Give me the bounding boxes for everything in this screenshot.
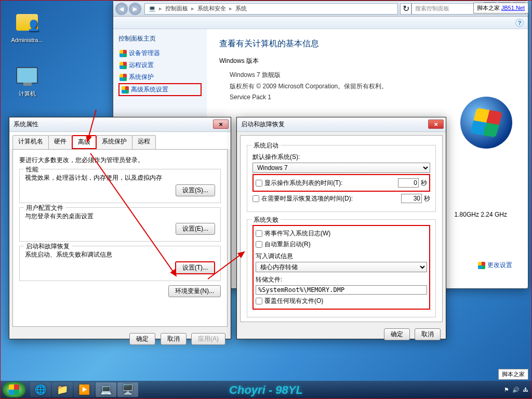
window-toolbar: ◄ ► 💻▸ 控制面板▸ 系统和安全▸ 系统 ↻ 搜索控制面板 (113, 1, 528, 17)
default-os-label: 默认操作系统(S): (252, 153, 430, 162)
refresh-button[interactable]: ↻ (400, 3, 411, 15)
dialog-close-button[interactable]: ✕ (213, 119, 229, 129)
watermark-link[interactable]: JB51.Net (501, 5, 525, 11)
link-device-manager[interactable]: 设备管理器 (118, 47, 202, 59)
dialog-buttons: 确定 取消 应用(A) (9, 330, 231, 348)
copyright-text: 版权所有 © 2009 Microsoft Corporation。保留所有权利… (230, 81, 515, 92)
link-system-protection[interactable]: 系统保护 (118, 71, 202, 83)
env-vars-button[interactable]: 环境变量(N)... (168, 285, 221, 297)
brand-text: Choyri - 98YL (229, 383, 303, 397)
recovery-time-input[interactable] (401, 194, 422, 203)
debug-info-label: 写入调试信息 (256, 252, 427, 261)
show-recovery-checkbox[interactable] (252, 195, 259, 202)
overwrite-checkbox[interactable] (256, 298, 262, 304)
tab-advanced[interactable]: 高级 (72, 135, 97, 149)
system-tray[interactable]: ⚑ 🔊 🖧 (504, 387, 528, 393)
dialog-buttons: 确定 取消 (237, 325, 446, 343)
address-bar[interactable]: 💻▸ 控制面板▸ 系统和安全▸ 系统 (144, 3, 398, 15)
dialog-close-button[interactable]: ✕ (428, 119, 444, 129)
desktop-icon-computer[interactable]: 计算机 (9, 63, 45, 98)
link-remote-settings[interactable]: 远程设置 (118, 59, 202, 71)
tray-sound-icon[interactable]: 🔊 (512, 387, 520, 393)
desktop-icon-label: Administra... (11, 37, 43, 43)
dialog-titlebar: 系统属性 ✕ (9, 117, 231, 132)
start-button[interactable] (3, 382, 25, 397)
tab-hardware[interactable]: 硬件 (48, 135, 72, 149)
version-header: Windows 版本 (219, 57, 515, 65)
page-title: 查看有关计算机的基本信息 (219, 38, 515, 49)
group-performance: 性能 视觉效果，处理器计划，内存使用，以及虚拟内存 设置(S)... (19, 169, 221, 203)
dialog-content: 系统启动 默认操作系统(S): Windows 7 显示操作系统列表的时间(T)… (240, 135, 443, 322)
taskbar-control-panel[interactable]: 💻 (96, 382, 116, 397)
group-profile: 用户配置文件 与您登录有关的桌面设置 设置(E)... (19, 207, 221, 242)
dialog-titlebar: 启动和故障恢复 ✕ (237, 117, 446, 132)
group-system-failure: 系统失败 将事件写入系统日志(W) 自动重新启动(R) 写入调试信息 核心内存转… (247, 219, 436, 317)
apply-button[interactable]: 应用(A) (191, 333, 225, 345)
startup-settings-button[interactable]: 设置(T)... (175, 261, 215, 274)
windows-logo (460, 97, 512, 149)
shield-icon (122, 86, 129, 94)
profile-settings-button[interactable]: 设置(E)... (176, 223, 215, 235)
edition-text: Windows 7 旗舰版 (230, 70, 515, 81)
tab-pane: 要进行大多数更改，您必须作为管理员登录。 性能 视觉效果，处理器计划，内存使用，… (12, 149, 228, 327)
group-startup: 启动和故障恢复 系统启动、系统失败和调试信息 设置(T)... (19, 246, 221, 281)
admin-note: 要进行大多数更改，您必须作为管理员登录。 (19, 156, 221, 165)
cancel-button[interactable]: 取消 (415, 328, 441, 340)
shield-icon (119, 74, 127, 81)
dialog-startup-recovery: 启动和故障恢复 ✕ 系统启动 默认操作系统(S): Windows 7 显示操作… (236, 117, 446, 339)
tab-remote[interactable]: 远程 (132, 135, 156, 149)
tray-network-icon[interactable]: 🖧 (523, 387, 528, 393)
taskbar-wmp[interactable]: ▶️ (74, 382, 95, 397)
tray-flag-icon[interactable]: ⚑ (504, 387, 509, 393)
tab-computer-name[interactable]: 计算机名 (12, 135, 49, 149)
dialog-system-properties: 系统属性 ✕ 计算机名 硬件 高级 系统保护 远程 要进行大多数更改，您必须作为… (9, 117, 231, 339)
show-os-list-checkbox[interactable] (256, 180, 262, 187)
dump-file-label: 转储文件: (256, 275, 427, 284)
taskbar: 🌐 📁 ▶️ 💻 🖥️ Choyri - 98YL ⚑ 🔊 🖧 (1, 381, 531, 398)
ok-button[interactable]: 确定 (129, 333, 155, 345)
desktop-icon-admin[interactable]: Administra... (9, 10, 45, 43)
perf-settings-button[interactable]: 设置(S)... (176, 184, 215, 196)
link-advanced-settings[interactable]: 高级系统设置 (118, 83, 202, 96)
cpu-specs: 1.80GHz 2.24 GHz (455, 211, 507, 218)
taskbar-app[interactable]: 🖥️ (117, 382, 138, 397)
group-system-startup: 系统启动 默认操作系统(S): Windows 7 显示操作系统列表的时间(T)… (247, 145, 436, 212)
write-log-checkbox[interactable] (256, 230, 262, 237)
taskbar-ie[interactable]: 🌐 (30, 382, 51, 397)
nav-back-button[interactable]: ◄ (115, 3, 128, 15)
dialog-title: 启动和故障恢复 (241, 120, 285, 129)
ok-button[interactable]: 确定 (384, 328, 410, 340)
help-icon[interactable]: ? (515, 19, 524, 27)
default-os-select[interactable]: Windows 7 (252, 163, 430, 173)
tab-protection[interactable]: 系统保护 (96, 135, 132, 149)
tabs: 计算机名 硬件 高级 系统保护 远程 (9, 132, 231, 149)
dump-path-input[interactable] (256, 285, 427, 295)
os-list-time-input[interactable] (398, 178, 419, 188)
command-bar: ? (113, 17, 528, 29)
dialog-title: 系统属性 (14, 120, 38, 129)
watermark-bottom: 脚本之家 (498, 369, 528, 380)
taskbar-explorer[interactable]: 📁 (52, 382, 73, 397)
debug-type-select[interactable]: 核心内存转储 (256, 262, 427, 272)
sidebar-title: 控制面板主页 (118, 34, 202, 43)
shield-icon (478, 262, 485, 269)
desktop-icon-label: 计算机 (19, 90, 36, 97)
watermark-top: 脚本之家 JB51.Net (473, 3, 528, 14)
auto-restart-checkbox[interactable] (256, 241, 262, 248)
change-settings-link[interactable]: 更改设置 (478, 261, 512, 270)
nav-fwd-button[interactable]: ► (129, 3, 141, 15)
cancel-button[interactable]: 取消 (161, 333, 187, 345)
shield-icon (119, 62, 127, 69)
shield-icon (119, 50, 127, 57)
